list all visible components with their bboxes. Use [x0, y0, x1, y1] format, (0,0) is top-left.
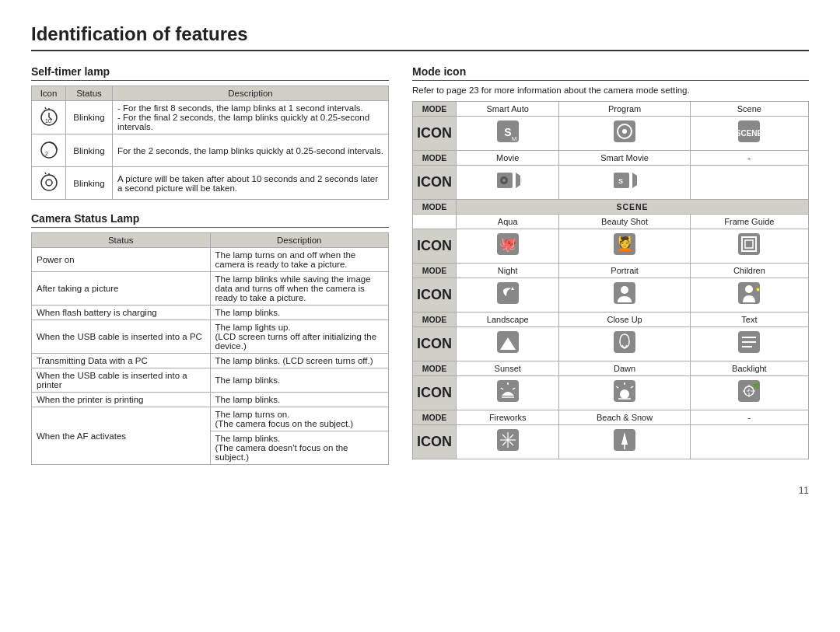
- cam-status-1: Power on: [32, 248, 211, 272]
- icon-beach: [559, 425, 690, 459]
- mode-label: MODE: [413, 200, 457, 215]
- icon-text: [690, 327, 808, 361]
- svg-point-9: [46, 180, 52, 186]
- svg-rect-34: [497, 282, 519, 304]
- icon-program: [559, 117, 690, 151]
- icon-closeup: [559, 327, 690, 361]
- table-row: When flash battery is charging The lamp …: [32, 306, 389, 320]
- mode-row: MODE Fireworks Beach & Snow -: [413, 410, 809, 425]
- svg-point-39: [745, 285, 753, 293]
- mode-frame: Frame Guide: [690, 215, 808, 229]
- table-row: Transmitting Data with a PC The lamp bli…: [32, 354, 389, 368]
- mode-row: MODE Landscape Close Up Text: [413, 313, 809, 327]
- table-row: After taking a picture The lamp blinks w…: [32, 272, 389, 306]
- col-icon: Icon: [32, 86, 66, 101]
- camera-status-heading: Camera Status Lamp: [31, 212, 389, 228]
- mode-label: MODE: [413, 313, 457, 327]
- svg-text:2: 2: [45, 151, 48, 156]
- svg-text:S: S: [618, 177, 623, 185]
- svg-point-17: [622, 129, 627, 134]
- icon-label: ICON: [413, 376, 457, 410]
- svg-line-11: [45, 173, 46, 174]
- page-title: Identification of features: [31, 23, 809, 51]
- svg-text:10: 10: [45, 118, 51, 124]
- icon-smart-auto: SM: [457, 117, 559, 151]
- icon-label: ICON: [413, 278, 457, 313]
- col-description: Description: [113, 86, 389, 101]
- mode-aqua: Aqua: [457, 215, 559, 229]
- mode-label: MODE: [413, 361, 457, 376]
- mode-label: MODE: [413, 410, 457, 425]
- icon-landscape: [457, 327, 559, 361]
- cam-status-2: After taking a picture: [32, 272, 211, 306]
- icon-label: ICON: [413, 117, 457, 151]
- icon-frame: [690, 229, 808, 264]
- table-row: 2 Blinking For the 2 seconds, the lamp b…: [32, 134, 389, 167]
- svg-point-8: [41, 175, 57, 190]
- svg-point-23: [502, 179, 506, 182]
- left-column: Self-timer lamp Icon Status Description: [31, 65, 389, 477]
- mode-label: MODE: [413, 102, 457, 117]
- table-row: Blinking A picture will be taken after a…: [32, 167, 389, 200]
- cam-status-8: When the AF activates: [32, 407, 211, 465]
- icon-dawn: [559, 376, 690, 410]
- cam-desc-8a: The lamp turns on.(The camera focus on t…: [210, 407, 389, 431]
- cam-desc-8b: The lamp blinks.(The camera doesn't focu…: [210, 431, 389, 465]
- svg-marker-21: [516, 173, 520, 188]
- mode-reference: Refer to page 23 for more information ab…: [412, 86, 809, 95]
- mode-night: Night: [457, 264, 559, 278]
- cam-desc-1: The lamp turns on and off when the camer…: [210, 248, 389, 272]
- camera-status-table: Status Description Power on The lamp tur…: [31, 232, 389, 465]
- cam-status-3: When flash battery is charging: [32, 306, 211, 320]
- icon-beauty: 💆: [559, 229, 690, 264]
- mode-row: MODE Sunset Dawn Backlight: [413, 361, 809, 376]
- mode-text: Text: [690, 313, 808, 327]
- cam-desc-5: The lamp blinks. (LCD screen turns off.): [210, 354, 389, 368]
- icon-label: ICON: [413, 229, 457, 264]
- mode-landscape: Landscape: [457, 313, 559, 327]
- icon-movie: [457, 166, 559, 200]
- mode-dash1: -: [690, 151, 808, 166]
- svg-text:M: M: [511, 135, 516, 142]
- svg-point-54: [620, 389, 629, 399]
- svg-point-63: [506, 438, 509, 442]
- col-status: Status: [66, 86, 113, 101]
- right-column: Mode icon Refer to page 23 for more info…: [412, 65, 809, 472]
- cam-desc-4: The lamp lights up.(LCD screen turns off…: [210, 320, 389, 354]
- svg-point-37: [621, 286, 628, 294]
- mode-portrait: Portrait: [559, 264, 690, 278]
- self-timer-table: Icon Status Description 10: [31, 86, 389, 200]
- svg-text:🌿: 🌿: [752, 382, 760, 389]
- mode-label: MODE: [413, 264, 457, 278]
- icon-row: ICON 🐙 💆: [413, 229, 809, 264]
- mode-sunset: Sunset: [457, 361, 559, 376]
- icon-row: ICON S: [413, 166, 809, 200]
- mode-children: Children: [690, 264, 808, 278]
- timer-icon-3: [32, 167, 66, 200]
- icon-portrait: [559, 278, 690, 313]
- icon-sunset: [457, 376, 559, 410]
- cam-desc-3: The lamp blinks.: [210, 306, 389, 320]
- svg-text:SCENE: SCENE: [737, 129, 761, 138]
- timer-icon-2: 2: [32, 134, 66, 167]
- mode-row: MODE Night Portrait Children: [413, 264, 809, 278]
- mode-scene: Scene: [690, 102, 808, 117]
- cam-desc-7: The lamp blinks.: [210, 393, 389, 407]
- svg-line-2: [45, 107, 46, 109]
- scene-header: SCENE: [457, 200, 809, 215]
- table-row: When the AF activates The lamp turns on.…: [32, 407, 389, 431]
- timer-desc-1: - For the first 8 seconds, the lamp blin…: [113, 101, 389, 134]
- table-row: When the printer is printing The lamp bl…: [32, 393, 389, 407]
- svg-text:🐙: 🐙: [499, 236, 517, 253]
- mode-label-scene: [413, 215, 457, 229]
- mode-movie: Movie: [457, 151, 559, 166]
- icon-scene: SCENE: [690, 117, 808, 151]
- mode-row: MODE Movie Smart Movie -: [413, 151, 809, 166]
- page-number: 11: [31, 485, 809, 496]
- mode-beach: Beach & Snow: [559, 410, 690, 425]
- scene-header-row: MODE SCENE: [413, 200, 809, 215]
- cam-status-5: Transmitting Data with a PC: [32, 354, 211, 368]
- mode-fireworks: Fireworks: [457, 410, 559, 425]
- mode-row: MODE Smart Auto Program Scene: [413, 102, 809, 117]
- mode-dawn: Dawn: [559, 361, 690, 376]
